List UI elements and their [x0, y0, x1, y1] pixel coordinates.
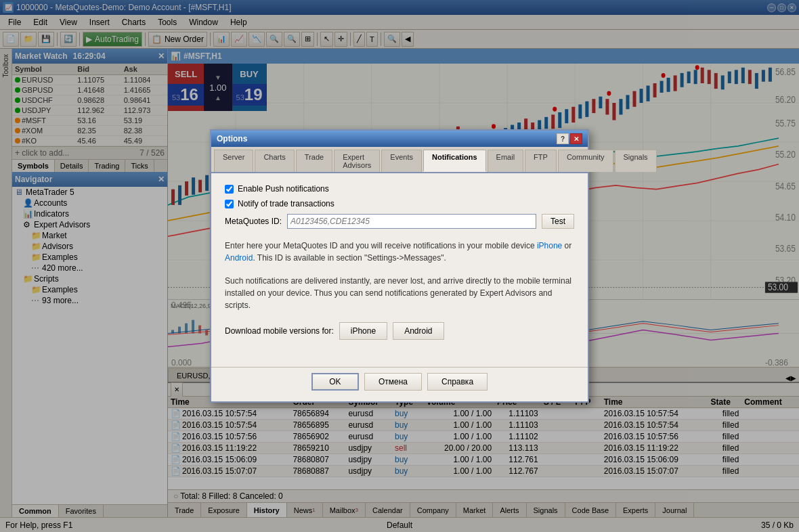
dialog-help-icon[interactable]: ?: [557, 133, 569, 144]
dialog-close-btn[interactable]: ✕: [570, 133, 582, 144]
dialog-tab-signals[interactable]: Signals: [615, 150, 657, 172]
dialog-tabs: ServerChartsTradeExpert AdvisorsEventsNo…: [211, 147, 588, 173]
download-row: Download mobile versions for: iPhone And…: [225, 322, 574, 340]
enable-push-checkbox[interactable]: [225, 185, 234, 194]
download-label: Download mobile versions for:: [225, 326, 334, 336]
info-text-2: Such notifications are delivered instant…: [225, 275, 574, 311]
dialog-tab-notifications[interactable]: Notifications: [423, 150, 486, 172]
dialog-title-controls: ? ✕: [554, 133, 582, 144]
help-button[interactable]: Справка: [427, 373, 488, 391]
android-download-btn[interactable]: Android: [393, 322, 444, 340]
dialog-tab-charts[interactable]: Charts: [255, 150, 294, 172]
cancel-button[interactable]: Отмена: [364, 373, 422, 391]
metaquotes-id-input[interactable]: [287, 214, 536, 229]
info-paragraph-1: Enter here your MetaQuotes ID and you wi…: [225, 241, 571, 263]
notify-trade-row: Notify of trade transactions: [225, 199, 574, 208]
dialog-overlay: Options ? ✕ ServerChartsTradeExpert Advi…: [0, 0, 799, 532]
metaquotes-id-label: MetaQuotes ID:: [225, 217, 282, 226]
dialog-tab-community[interactable]: Community: [558, 150, 613, 172]
dialog-tab-ftp[interactable]: FTP: [525, 150, 557, 172]
iphone-link[interactable]: iPhone: [537, 241, 562, 250]
dialog-tab-server[interactable]: Server: [214, 150, 253, 172]
android-link[interactable]: Android: [225, 253, 253, 263]
notify-trade-checkbox[interactable]: [225, 200, 234, 208]
dialog-tab-trade[interactable]: Trade: [296, 150, 332, 172]
enable-push-row: Enable Push notifications: [225, 184, 574, 194]
notify-trade-label: Notify of trade transactions: [238, 199, 334, 208]
ok-button[interactable]: OK: [311, 373, 359, 391]
metaquotes-id-row: MetaQuotes ID: Test: [225, 214, 574, 229]
info-text-1: Enter here your MetaQuotes ID and you wi…: [225, 240, 574, 264]
dialog-tab-email[interactable]: Email: [488, 150, 524, 172]
dialog-content: Enable Push notifications Notify of trad…: [211, 173, 588, 361]
dialog-titlebar: Options ? ✕: [211, 131, 588, 147]
info-paragraph-2: Such notifications are delivered instant…: [225, 276, 571, 310]
options-dialog: Options ? ✕ ServerChartsTradeExpert Advi…: [210, 129, 589, 403]
dialog-tab-events[interactable]: Events: [381, 150, 422, 172]
dialog-tab-expert-advisors[interactable]: Expert Advisors: [334, 150, 380, 172]
iphone-download-btn[interactable]: iPhone: [339, 322, 387, 340]
dialog-footer: OK Отмена Справка: [211, 367, 588, 401]
enable-push-label: Enable Push notifications: [238, 184, 329, 194]
test-button[interactable]: Test: [542, 214, 574, 229]
dialog-title: Options: [217, 134, 247, 143]
